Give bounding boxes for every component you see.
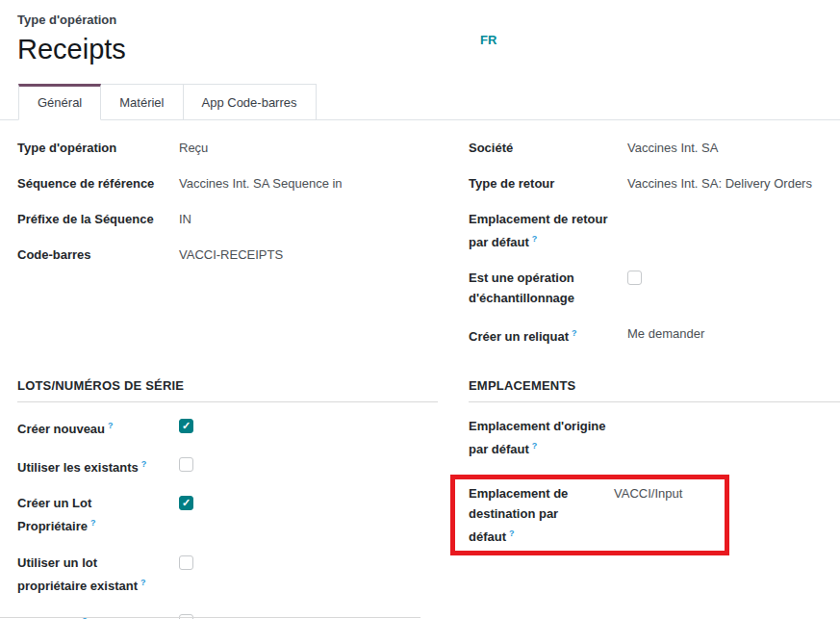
checkmark-icon: ✓ xyxy=(180,420,192,432)
field-value[interactable] xyxy=(627,416,840,436)
help-icon: ? xyxy=(140,578,146,587)
tab-bar: Général Matériel App Code-barres xyxy=(0,82,840,120)
field-label: Préfixe de la Séquence xyxy=(17,209,179,229)
field-label: Créer un Lot Propriétaire? xyxy=(17,493,179,536)
field-value[interactable]: IN xyxy=(179,209,438,229)
highlight-box-default-destination-location: Emplacement de destination par défaut? V… xyxy=(450,475,729,555)
field-default-source-location: Emplacement d'origine par défaut? xyxy=(469,416,840,459)
field-label: Utiliser un lot propriétaire existant? xyxy=(17,553,179,596)
translation-badge[interactable]: FR xyxy=(480,33,496,47)
tab-app-code-barres[interactable]: App Code-barres xyxy=(183,84,317,119)
tab-materiel[interactable]: Matériel xyxy=(100,84,183,119)
field-label: Créer un reliquat? xyxy=(469,323,627,347)
field-create-new-lots: Créer nouveau? ✓ xyxy=(17,416,438,439)
field-value[interactable]: Vaccines Int. SA xyxy=(627,138,840,158)
help-icon: ? xyxy=(532,234,538,244)
create-new-checkbox[interactable]: ✓ xyxy=(179,419,193,433)
sections-group: LOTS/NUMÉROS DE SÉRIE Créer nouveau? ✓ U… xyxy=(0,378,840,619)
field-value[interactable] xyxy=(627,209,840,229)
field-return-type: Type de retour Vaccines Int. SA: Deliver… xyxy=(469,173,840,193)
general-group: Type d'opération Reçu Séquence de référe… xyxy=(0,120,840,363)
help-icon: ? xyxy=(509,529,515,538)
section-title-locations: EMPLACEMENTS xyxy=(469,378,840,402)
field-label: Créer nouveau? xyxy=(17,416,179,439)
checkmark-icon: ✓ xyxy=(180,497,192,509)
operation-type-form: Type d'opération Receipts FR Général Mat… xyxy=(0,0,840,619)
use-existing-checkbox[interactable]: ✓ xyxy=(179,457,193,472)
lots-section: LOTS/NUMÉROS DE SÉRIE Créer nouveau? ✓ U… xyxy=(17,378,438,619)
field-use-existing-owner-lot: Utiliser un lot propriétaire existant? ✓ xyxy=(17,553,438,596)
field-value[interactable]: Vaccines Int. SA Sequence in xyxy=(179,173,438,193)
sampling-checkbox[interactable]: ✓ xyxy=(627,271,642,285)
field-create-owner-lot: Créer un Lot Propriétaire? ✓ xyxy=(17,493,438,536)
general-left-column: Type d'opération Reçu Séquence de référe… xyxy=(17,138,438,363)
field-value[interactable]: VACCI-RECEIPTS xyxy=(179,245,438,265)
field-value[interactable]: Reçu xyxy=(179,138,438,158)
field-use-existing-lots: Utiliser les existants? ✓ xyxy=(17,454,438,477)
page-title: Receipts xyxy=(17,33,823,66)
field-label: Type de retour xyxy=(469,173,627,193)
field-operation-type: Type d'opération Reçu xyxy=(17,138,438,158)
help-icon: ? xyxy=(90,518,96,528)
field-label: Code-barres xyxy=(17,245,179,265)
field-is-sampling-operation: Est une opération d'échantillonnage ✓ xyxy=(469,268,840,308)
field-label: Emplacement d'origine par défaut? xyxy=(469,416,627,459)
field-reference-sequence: Séquence de référence Vaccines Int. SA S… xyxy=(17,173,438,193)
help-icon: ? xyxy=(572,328,577,338)
tab-general[interactable]: Général xyxy=(18,84,101,120)
field-label: Type d'opération xyxy=(17,138,179,158)
help-icon: ? xyxy=(141,459,147,469)
field-default-return-location: Emplacement de retour par défaut? xyxy=(469,209,840,252)
field-label: Société xyxy=(469,138,627,158)
field-label: Emplacement de destination par défaut? xyxy=(469,483,614,547)
field-sequence-prefix: Préfixe de la Séquence IN xyxy=(17,209,438,229)
form-header: Type d'opération Receipts FR xyxy=(0,0,840,66)
create-owner-lot-checkbox[interactable]: ✓ xyxy=(179,496,193,510)
locations-section: EMPLACEMENTS Emplacement d'origine par d… xyxy=(469,378,840,619)
help-icon: ? xyxy=(532,441,538,451)
field-create-backorder: Créer un reliquat? Me demander xyxy=(469,323,840,347)
field-value[interactable]: VACCI/Input xyxy=(614,483,725,503)
field-barcode: Code-barres VACCI-RECEIPTS xyxy=(17,245,438,265)
field-value[interactable]: Me demander xyxy=(627,323,840,344)
general-right-column: Société Vaccines Int. SA Type de retour … xyxy=(469,138,840,363)
breadcrumb: Type d'opération xyxy=(17,12,823,29)
help-icon: ? xyxy=(108,421,114,430)
bottom-divider xyxy=(0,617,420,618)
field-label: Emplacement de retour par défaut? xyxy=(469,209,627,252)
field-label: Séquence de référence xyxy=(17,173,179,193)
field-value[interactable]: Vaccines Int. SA: Delivery Orders xyxy=(627,173,840,193)
section-title-lots: LOTS/NUMÉROS DE SÉRIE xyxy=(17,378,438,402)
field-label: Utiliser les existants? xyxy=(17,454,179,477)
use-existing-owner-lot-checkbox[interactable]: ✓ xyxy=(179,555,193,570)
field-label: Est une opération d'échantillonnage xyxy=(469,268,627,308)
field-company: Société Vaccines Int. SA xyxy=(469,138,840,158)
